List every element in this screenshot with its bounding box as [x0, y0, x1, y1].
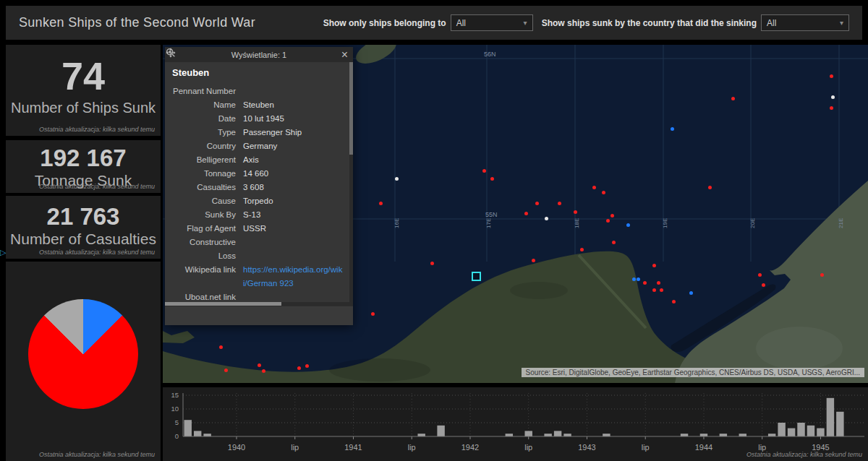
filter-belonging-value: All	[456, 18, 466, 28]
histogram-bar[interactable]	[603, 434, 610, 436]
histogram-bar[interactable]	[203, 434, 210, 436]
histogram-bar[interactable]	[563, 434, 571, 436]
histogram-bar[interactable]	[544, 434, 551, 436]
ship-dot-r[interactable]	[524, 212, 528, 215]
popup-field-label: Flag of Agent	[172, 222, 236, 236]
ship-dot-r[interactable]	[379, 202, 383, 205]
histogram-bar[interactable]	[797, 423, 804, 436]
popup-field-value: 3 608	[243, 181, 346, 194]
popup-field-row: BelligerentAxis	[172, 153, 346, 167]
ship-dot-b[interactable]	[637, 277, 640, 281]
histogram-bar[interactable]	[778, 423, 785, 436]
ship-dot-r[interactable]	[731, 97, 735, 100]
histogram-bar[interactable]	[437, 426, 444, 436]
popup-field-label: Tonnage	[172, 167, 236, 181]
ship-dot-r[interactable]	[652, 264, 656, 267]
ship-dot-r[interactable]	[558, 202, 561, 205]
popup-field-row: Sunk ByS-13	[172, 208, 346, 222]
histogram-bar[interactable]	[700, 434, 707, 436]
histogram-bar[interactable]	[817, 428, 824, 436]
popup-field-row: Date10 lut 1945	[172, 112, 346, 126]
histogram-bar[interactable]	[194, 431, 201, 436]
ship-dot-b[interactable]	[632, 277, 636, 281]
ship-dot-r[interactable]	[305, 364, 309, 368]
popup-vertical-scrollbar[interactable]	[349, 62, 353, 306]
histogram-bar[interactable]	[807, 426, 814, 436]
histogram-bar[interactable]	[720, 434, 727, 436]
ship-dot-b[interactable]	[671, 127, 674, 131]
popup-header[interactable]: Wyświetlanie: 1 ×	[165, 47, 353, 62]
ship-dot-r[interactable]	[219, 345, 223, 349]
histogram-bar[interactable]	[506, 434, 513, 436]
close-icon[interactable]: ×	[341, 47, 348, 62]
ship-dot-r[interactable]	[830, 74, 833, 78]
kpi-tonnage-sunk: 192 167 Tonnage Sunk Ostatnia aktualizac…	[6, 140, 161, 193]
histogram-bar[interactable]	[681, 434, 688, 436]
ship-dot-r[interactable]	[830, 106, 833, 110]
ship-dot-r[interactable]	[657, 281, 660, 285]
histogram-bar[interactable]	[788, 428, 795, 436]
histogram-bar[interactable]	[836, 412, 843, 436]
ship-dot-r[interactable]	[606, 219, 610, 223]
ship-dot-w[interactable]	[395, 177, 399, 181]
ship-dot-r[interactable]	[371, 312, 375, 316]
ship-dot-r[interactable]	[758, 273, 762, 277]
ship-dot-b[interactable]	[689, 291, 693, 295]
ship-dot-r[interactable]	[262, 369, 265, 373]
popup-field-label: Wikipedia link	[172, 263, 236, 290]
timeline-bar-chart[interactable]: 1940lip1941lip1942lip1943lip1944lip19450…	[163, 387, 868, 461]
ship-dot-r[interactable]	[672, 300, 676, 303]
zoom-in-icon[interactable]	[165, 47, 176, 59]
ship-dot-r[interactable]	[610, 214, 614, 217]
ship-dot-r[interactable]	[820, 273, 824, 277]
popup-field-value: Axis	[243, 153, 346, 167]
histogram-bar[interactable]	[417, 434, 425, 436]
ship-dot-r[interactable]	[490, 177, 494, 181]
popup-field-label: Constructive Loss	[172, 236, 236, 263]
ship-dot-r[interactable]	[258, 363, 261, 367]
histogram-bar[interactable]	[768, 434, 775, 436]
ship-dot-r[interactable]	[660, 288, 663, 292]
ship-dot-r[interactable]	[535, 202, 539, 205]
ship-dot-w[interactable]	[545, 217, 548, 220]
ship-dot-r[interactable]	[532, 259, 535, 262]
filter-belonging-dropdown[interactable]: All ▾	[451, 14, 533, 31]
ship-dot-b[interactable]	[626, 223, 630, 227]
ship-dot-r[interactable]	[612, 241, 616, 244]
feature-popup: Wyświetlanie: 1 × Steuben Pennant Number…	[165, 47, 353, 325]
popup-field-link[interactable]: https://en.wikipedia.org/wiki/German 923	[243, 263, 346, 290]
ship-dot-r[interactable]	[574, 210, 577, 214]
ship-dot-r[interactable]	[708, 186, 712, 189]
svg-text:lip: lip	[408, 443, 416, 452]
ship-dot-r[interactable]	[580, 248, 584, 251]
ship-dot-r[interactable]	[482, 169, 486, 173]
ship-dot-r[interactable]	[762, 283, 765, 287]
ship-dot-r[interactable]	[643, 281, 647, 285]
header-filters: Show only ships belonging to All ▾ Show …	[323, 14, 849, 31]
histogram-bar[interactable]	[184, 420, 192, 436]
ship-dot-r[interactable]	[430, 262, 434, 265]
longitude-label: 17E	[485, 218, 492, 228]
chevron-down-icon: ▾	[840, 19, 843, 27]
pie-chart-panel: Ostatnia aktualizacja: kilka sekund temu	[6, 262, 161, 461]
popup-horizontal-scrollbar[interactable]	[165, 302, 353, 306]
selected-ship-marker[interactable]	[472, 272, 481, 281]
ship-dot-r[interactable]	[592, 186, 596, 189]
ship-dot-r[interactable]	[652, 288, 656, 292]
ship-dot-r[interactable]	[297, 366, 301, 370]
panel-expander-arrow[interactable]: ▷	[0, 248, 6, 257]
histogram-bar[interactable]	[739, 434, 746, 436]
histogram-bar[interactable]	[827, 398, 834, 436]
ship-dot-r[interactable]	[224, 369, 228, 372]
ship-dot-r[interactable]	[602, 191, 605, 194]
longitude-label: 21E	[838, 218, 844, 228]
ship-dot-w[interactable]	[831, 95, 835, 99]
popup-field-row: Wikipedia linkhttps://en.wikipedia.org/w…	[172, 263, 346, 290]
filter-sunk-by-dropdown[interactable]: All ▾	[761, 14, 849, 31]
histogram-bar[interactable]	[525, 431, 532, 436]
pie-chart[interactable]	[28, 299, 138, 409]
histogram-bar[interactable]	[554, 431, 561, 436]
last-update-note: Ostatnia aktualizacja: kilka sekund temu	[39, 183, 155, 190]
kpi-tonnage-sunk-value: 192 167	[6, 145, 161, 172]
last-update-note: Ostatnia aktualizacja: kilka sekund temu	[746, 451, 862, 458]
